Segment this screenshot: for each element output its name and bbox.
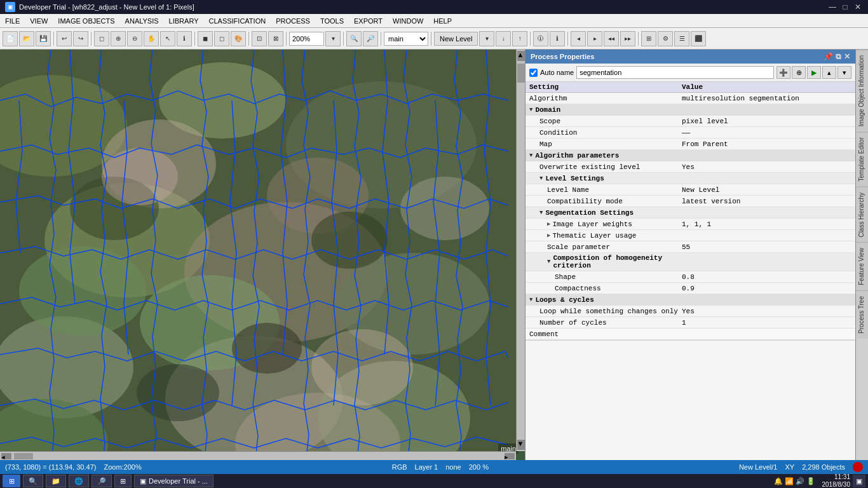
tab-process-tree[interactable]: Process Tree bbox=[856, 290, 868, 339]
level-selector[interactable]: main bbox=[384, 32, 428, 46]
row-seg-settings[interactable]: ▼ Segmentation Settings bbox=[526, 207, 855, 219]
run-process-btn[interactable]: ▶ bbox=[807, 66, 821, 79]
row-compactness[interactable]: Compactness 0.9 bbox=[526, 283, 855, 294]
status-none: none bbox=[445, 463, 461, 471]
toolbar-hist-fwd[interactable]: ▸ bbox=[587, 31, 602, 46]
toolbar-select[interactable]: ◻ bbox=[94, 31, 109, 46]
taskbar-file-explorer[interactable]: 📁 bbox=[46, 475, 66, 487]
row-domain[interactable]: ▼ Domain bbox=[526, 104, 855, 116]
row-image-layer-weights[interactable]: ▶ Image Layer weights 1, 1, 1 bbox=[526, 219, 855, 230]
map-scrollbar-right[interactable]: ▲ ▼ bbox=[516, 50, 525, 451]
panel-float-btn[interactable]: ⧉ bbox=[836, 52, 841, 61]
toolbar-zoom-full[interactable]: ⊠ bbox=[268, 31, 283, 46]
taskbar-search[interactable]: 🔍 bbox=[23, 475, 43, 487]
toolbar-pan[interactable]: ✋ bbox=[144, 31, 159, 46]
toolbar-fill[interactable]: ◼ bbox=[198, 31, 213, 46]
svg-point-22 bbox=[311, 329, 413, 405]
toolbar-settings[interactable]: ⚙ bbox=[658, 31, 673, 46]
row-condition[interactable]: Condition —— bbox=[526, 127, 855, 139]
row-map[interactable]: Map From Parent bbox=[526, 139, 855, 150]
row-scale-param[interactable]: Scale parameter 55 bbox=[526, 241, 855, 253]
menu-classification[interactable]: CLASSIFICATION bbox=[203, 14, 271, 27]
row-shape[interactable]: Shape 0.8 bbox=[526, 271, 855, 283]
maximize-btn[interactable]: □ bbox=[840, 2, 850, 12]
show-desktop-btn[interactable]: ▣ bbox=[853, 475, 865, 487]
toolbar-undo[interactable]: ↩ bbox=[57, 31, 72, 46]
tab-class-hierarchy[interactable]: Class Hierarchy bbox=[856, 187, 868, 243]
tab-image-object-info[interactable]: Image Object Information bbox=[856, 50, 868, 132]
row-level-settings[interactable]: ▼ Level Settings bbox=[526, 173, 855, 184]
toolbar-open[interactable]: 📂 bbox=[19, 31, 34, 46]
toolbar-up-arrow[interactable]: ↑ bbox=[512, 31, 527, 46]
svg-point-12 bbox=[19, 247, 146, 336]
toolbar-redo[interactable]: ↪ bbox=[73, 31, 88, 46]
tab-template-editor[interactable]: Template Editor bbox=[856, 132, 868, 186]
toolbar-stop[interactable]: ⬛ bbox=[691, 31, 706, 46]
menu-analysis[interactable]: ANALYSIS bbox=[120, 14, 164, 27]
toolbar-identify[interactable]: ℹ bbox=[177, 31, 192, 46]
toolbar-fit[interactable]: ⊡ bbox=[252, 31, 267, 46]
toolbar-outline[interactable]: ◻ bbox=[214, 31, 229, 46]
run-up-btn[interactable]: ▴ bbox=[822, 66, 836, 79]
auto-name-input[interactable] bbox=[576, 66, 774, 79]
comment-area[interactable] bbox=[526, 340, 855, 391]
menu-process[interactable]: PROCESS bbox=[271, 14, 315, 27]
toolbar-hist-back[interactable]: ◂ bbox=[571, 31, 586, 46]
run-down-btn[interactable]: ▾ bbox=[837, 66, 851, 79]
toolbar-help2[interactable]: ℹ bbox=[550, 31, 565, 46]
toolbar-cursor[interactable]: ↖ bbox=[160, 31, 175, 46]
new-level-button[interactable]: New Level bbox=[434, 32, 478, 46]
toolbar-save[interactable]: 💾 bbox=[36, 31, 51, 46]
toolbar-color[interactable]: 🎨 bbox=[231, 31, 246, 46]
menu-tools[interactable]: TOOLS bbox=[315, 14, 349, 27]
taskbar-browser[interactable]: 🌐 bbox=[69, 475, 89, 487]
row-compat-mode[interactable]: Compatibility mode latest version bbox=[526, 196, 855, 207]
tab-feature-view[interactable]: Feature View bbox=[856, 242, 868, 290]
taskbar-magnifier[interactable]: 🔎 bbox=[92, 475, 112, 487]
row-thematic-layer[interactable]: ▶ Thematic Layer usage bbox=[526, 230, 855, 241]
row-overwrite[interactable]: Overwrite existing level Yes bbox=[526, 161, 855, 173]
row-homogeneity[interactable]: ▼ Composition of homogeneity criterion bbox=[526, 253, 855, 271]
add-process-btn[interactable]: ➕ bbox=[776, 66, 790, 79]
toolbar-misc1[interactable]: ◂◂ bbox=[604, 31, 619, 46]
new-level-dropdown[interactable]: ▾ bbox=[479, 31, 494, 46]
menu-export[interactable]: EXPORT bbox=[349, 14, 388, 27]
row-num-cycles[interactable]: Number of cycles 1 bbox=[526, 317, 855, 329]
map-area[interactable]: main ▲ ▼ ◂ ▸ bbox=[0, 50, 525, 460]
menu-image-objects[interactable]: IMAGE OBJECTS bbox=[53, 14, 119, 27]
row-algorithm[interactable]: Algorithm multiresolution segmentation bbox=[526, 93, 855, 104]
menu-library[interactable]: LIBRARY bbox=[164, 14, 204, 27]
row-loop-while[interactable]: Loop while something changes only Yes bbox=[526, 306, 855, 317]
toolbar-nav-prev[interactable]: 🔍 bbox=[346, 31, 362, 46]
toolbar-misc2[interactable]: ▸▸ bbox=[620, 31, 635, 46]
menu-file[interactable]: FILE bbox=[0, 14, 25, 27]
auto-name-checkbox[interactable] bbox=[529, 69, 538, 77]
toolbar-nav-next[interactable]: 🔎 bbox=[363, 31, 378, 46]
minimize-btn[interactable]: — bbox=[827, 2, 837, 12]
row-alg-params[interactable]: ▼ Algorithm parameters bbox=[526, 150, 855, 161]
menu-help[interactable]: HELP bbox=[428, 14, 457, 27]
toolbar-new[interactable]: 📄 bbox=[3, 31, 18, 46]
map-scrollbar-bottom[interactable]: ◂ ▸ bbox=[0, 451, 516, 460]
row-level-name[interactable]: Level Name New Level bbox=[526, 184, 855, 196]
toolbar-zoom-out[interactable]: ⊖ bbox=[127, 31, 142, 46]
menu-view[interactable]: VIEW bbox=[25, 14, 53, 27]
toolbar-down-arrow[interactable]: ↓ bbox=[496, 31, 511, 46]
panel-close-btn[interactable]: ✕ bbox=[844, 52, 850, 61]
close-btn[interactable]: ✕ bbox=[853, 2, 863, 12]
row-loops[interactable]: ▼ Loops & cycles bbox=[526, 294, 855, 306]
zoom-dropdown[interactable]: ▾ bbox=[325, 31, 341, 46]
start-button[interactable]: ⊞ bbox=[3, 475, 20, 487]
toolbar-help1[interactable]: 🛈 bbox=[533, 31, 548, 46]
toolbar-grid[interactable]: ⊞ bbox=[641, 31, 656, 46]
taskbar-windows[interactable]: ⊞ bbox=[114, 475, 132, 487]
row-scope[interactable]: Scope pixel level bbox=[526, 116, 855, 127]
toolbar-zoom-in[interactable]: ⊕ bbox=[111, 31, 126, 46]
menu-window[interactable]: WINDOW bbox=[388, 14, 428, 27]
taskbar-developer-trial[interactable]: ▣ Developer Trial - ... bbox=[134, 475, 214, 487]
panel-pin-btn[interactable]: 📌 bbox=[824, 52, 833, 61]
zoom-input[interactable] bbox=[289, 32, 324, 46]
sep2 bbox=[91, 32, 92, 46]
insert-process-btn[interactable]: ⊕ bbox=[792, 66, 806, 79]
toolbar-extra[interactable]: ☰ bbox=[674, 31, 689, 46]
